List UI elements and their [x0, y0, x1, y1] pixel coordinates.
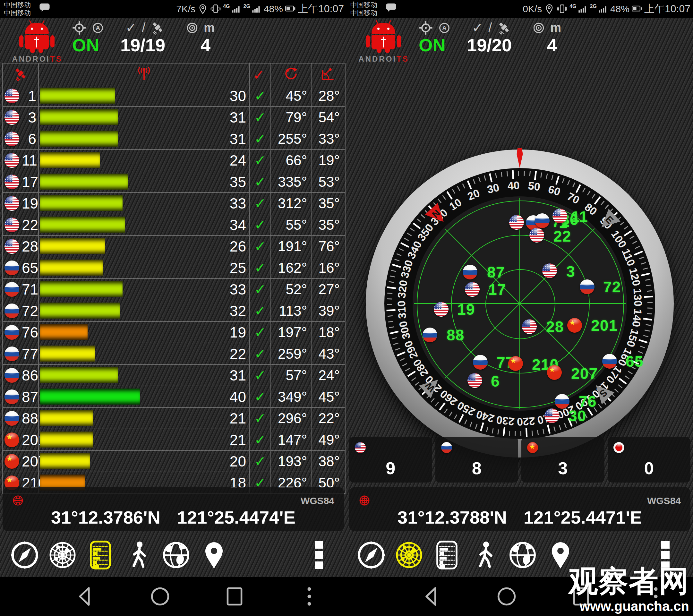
skyplot-sat-6 [468, 373, 482, 388]
table-row-prn-11[interactable]: 1124✓66°19° [3, 150, 345, 171]
table-row-prn-3[interactable]: 331✓79°54° [3, 107, 345, 128]
used-in-fix-check: ✓ [250, 453, 271, 470]
table-row-prn-76[interactable]: 7619✓197°18° [3, 322, 345, 343]
table-row-prn-1[interactable]: 130✓45°28° [3, 85, 345, 107]
watermark-name: 观察者网 [569, 561, 689, 601]
phone-left-list-view: 中国移动 中国移动 7K/s 4G 2G 48% 上午10:07 [0, 0, 346, 616]
toolbar-globe-icon[interactable] [504, 537, 541, 573]
nav-back-button[interactable] [420, 584, 444, 608]
prn-value: 77 [22, 345, 40, 362]
used-in-fix-check: ✓ [250, 432, 271, 448]
prn-value: 28 [22, 238, 40, 255]
table-row-prn-207[interactable]: 20720✓193°38° [3, 451, 345, 472]
flag-ru-icon [4, 325, 19, 340]
dial-number: 40 [507, 179, 520, 192]
phone-right-compass-view: 中国移动 中国移动 0K/s 4G 2G 48% 上午10:07 [346, 0, 693, 616]
carrier-line1: 中国移动 [350, 1, 377, 9]
prn-value: 19 [22, 195, 40, 212]
snr-bar [40, 152, 100, 168]
gps-on-status: ON [72, 35, 120, 56]
longitude: 121°25.4474'E [177, 507, 296, 528]
snr-value: 32 [230, 300, 246, 321]
watermark-url: www.guancha.cn [569, 599, 689, 614]
toolbar-radar-icon[interactable] [390, 537, 428, 573]
nav-recents-button[interactable] [223, 584, 246, 608]
snr-bar [40, 389, 140, 404]
elevation-value: 18° [312, 324, 343, 340]
skyplot-sat-17 [465, 282, 480, 297]
elevation-value: 43° [312, 346, 343, 362]
azimuth-value: 296° [271, 410, 311, 426]
flag-us-icon [4, 132, 19, 146]
prn-value: 88 [22, 410, 40, 427]
androits-logo [363, 21, 403, 53]
toolbar-list-icon[interactable] [428, 537, 466, 573]
prn-value: 86 [22, 367, 40, 384]
azimuth-value: 349° [271, 389, 311, 405]
toolbar-radar-icon[interactable] [44, 537, 81, 573]
gps-on-status: ON [419, 35, 467, 56]
nav-back-button[interactable] [74, 584, 97, 608]
toolbar-pin-icon[interactable] [195, 537, 233, 573]
coordinates: 31°12.3786'N121°25.4474'E [3, 507, 344, 528]
prn-value: 87 [22, 388, 40, 405]
azimuth-value: 57° [271, 367, 311, 383]
toolbar-globe-icon[interactable] [157, 537, 195, 573]
prn-value: 71 [22, 281, 40, 298]
elevation-column-icon [320, 67, 335, 81]
flag-jp-icon [613, 442, 624, 453]
snr-value: 40 [230, 386, 246, 407]
dial-number: 230 [496, 413, 515, 428]
table-row-prn-77[interactable]: 7722✓259°43° [3, 343, 345, 365]
table-row-prn-19[interactable]: 1933✓312°35° [3, 193, 345, 214]
net1-label: 4G [570, 3, 576, 9]
snr-value: 33 [230, 279, 246, 300]
nav-home-button[interactable] [495, 584, 518, 608]
header-status-icons: A ✓ / m [419, 20, 561, 36]
used-in-fix-check: ✓ [250, 152, 271, 168]
toolbar-list-icon[interactable] [81, 537, 119, 573]
toolbar-walk-icon[interactable] [119, 537, 157, 573]
flag-us-icon [4, 196, 19, 211]
table-row-prn-201[interactable]: 20121✓147°49° [3, 429, 345, 451]
prn-value: 76 [22, 324, 40, 341]
skyplot-sat-label: 17 [488, 281, 506, 298]
table-row-prn-88[interactable]: 8821✓296°22° [3, 408, 345, 429]
header-status-icons: A ✓ / m [72, 20, 215, 36]
table-row-prn-72[interactable]: 7232✓113°39° [3, 300, 345, 322]
net-speed: 7K/s [176, 3, 195, 15]
skyplot-sat-3 [542, 263, 557, 278]
battery-icon [631, 3, 642, 15]
toolbar-compass-icon[interactable] [6, 537, 44, 573]
table-row-prn-86[interactable]: 8631✓57°24° [3, 365, 345, 386]
table-row-prn-87[interactable]: 8740✓349°45° [3, 386, 345, 408]
nav-home-button[interactable] [148, 584, 172, 608]
table-row-prn-17[interactable]: 1735✓335°53° [3, 171, 345, 193]
snr-value: 19 [230, 322, 246, 343]
table-row-prn-6[interactable]: 631✓255°33° [3, 128, 345, 150]
toolbar-menu-icon[interactable] [300, 537, 338, 573]
toolbar-walk-icon[interactable] [466, 537, 504, 573]
table-row-prn-22[interactable]: 2234✓55°35° [3, 214, 345, 236]
snr-value: 35 [230, 171, 246, 192]
net2-label: 2G [590, 3, 597, 9]
prn-value: 22 [22, 216, 40, 234]
used-in-fix-check: ✓ [250, 131, 271, 147]
prn-value: 3 [22, 109, 38, 126]
toolbar-compass-icon[interactable] [352, 537, 390, 573]
flag-cn-icon [4, 433, 19, 447]
table-row-prn-71[interactable]: 7133✓52°27° [3, 279, 345, 300]
signal-bars-icon [577, 3, 588, 15]
skyplot-sat-201 [567, 318, 582, 333]
elevation-value: 35° [312, 195, 343, 212]
flag-us-icon [4, 110, 19, 125]
used-in-fix-check: ✓ [250, 324, 271, 340]
snr-value: 33 [230, 193, 246, 214]
snr-bar [40, 324, 87, 340]
snr-bar [40, 109, 118, 125]
flag-ru-icon [4, 411, 19, 426]
clock: 上午10:07 [644, 2, 690, 16]
table-row-prn-65[interactable]: 6525✓162°16° [3, 257, 345, 279]
nav-menu-dots-button[interactable] [297, 584, 321, 608]
table-row-prn-28[interactable]: 2826✓191°76° [3, 236, 345, 257]
